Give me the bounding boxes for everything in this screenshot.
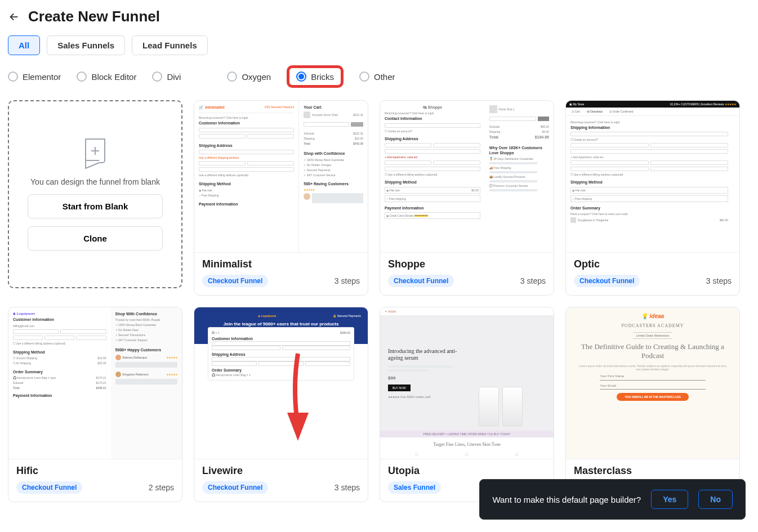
blank-page-plus-icon	[80, 138, 110, 169]
builder-block-editor[interactable]: Block Editor	[77, 71, 136, 82]
builder-other[interactable]: Other	[359, 71, 395, 82]
builder-elementor[interactable]: Elementor	[8, 71, 61, 82]
template-name: Utopia	[388, 465, 546, 477]
page-title: Create New Funnel	[28, 8, 160, 25]
toast-text: Want to make this default page builder?	[492, 495, 641, 504]
start-from-blank-button[interactable]: Start from Blank	[28, 194, 163, 218]
template-name: Shoppe	[388, 258, 546, 270]
template-card-livewire[interactable]: ◈ Logoipsum🔒 Secured Payments Join the l…	[194, 307, 368, 502]
builder-bricks-highlight: Bricks	[287, 65, 344, 88]
template-thumbnail: ▣ My Store10,234+ CUSTOMERS | Excellent …	[566, 101, 739, 253]
default-builder-toast: Want to make this default page builder? …	[479, 479, 746, 510]
template-card-utopia[interactable]: ✦ Utopia Introducing the advanced anti-a…	[380, 307, 554, 502]
template-thumbnail: 🛍 Shoppe Returning customer? Click here …	[380, 101, 554, 253]
template-thumbnail: ◈ Logoipsum Customer Information billing…	[8, 307, 182, 459]
template-type-badge: Sales Funnel	[388, 481, 441, 494]
template-card-masterclass[interactable]: 💡 ideaa PODCASTERS ACADEMY Limited Seats…	[565, 307, 740, 502]
template-name: Optic	[574, 258, 732, 270]
template-steps: 3 steps	[335, 276, 360, 285]
filter-all[interactable]: All	[8, 35, 40, 55]
page-builder-selector: Elementor Block Editor Divi Oxygen Brick…	[8, 65, 750, 88]
toast-yes-button[interactable]: Yes	[651, 490, 688, 509]
template-card-optic[interactable]: ▣ My Store10,234+ CUSTOMERS | Excellent …	[565, 100, 740, 296]
template-steps: 3 steps	[520, 276, 546, 285]
filter-lead-funnels[interactable]: Lead Funnels	[132, 35, 208, 55]
template-steps: 3 steps	[335, 483, 360, 492]
funnel-type-filters: All Sales Funnels Lead Funnels	[8, 35, 750, 55]
builder-oxygen[interactable]: Oxygen	[227, 71, 271, 82]
template-steps: 3 steps	[706, 276, 732, 285]
template-card-hific[interactable]: ◈ Logoipsum Customer Information billing…	[8, 307, 182, 502]
template-card-shoppe[interactable]: 🛍 Shoppe Returning customer? Click here …	[380, 100, 554, 296]
toast-no-button[interactable]: No	[698, 490, 733, 509]
template-type-badge: Checkout Funnel	[202, 275, 268, 287]
builder-divi[interactable]: Divi	[152, 71, 181, 82]
back-arrow-icon[interactable]	[8, 11, 20, 23]
template-type-badge: Checkout Funnel	[16, 481, 82, 494]
template-blank-card: You can design the funnel from blank Sta…	[8, 100, 182, 288]
template-name: Livewire	[202, 465, 360, 477]
template-type-badge: Checkout Funnel	[202, 481, 268, 494]
template-thumbnail: ✦ Utopia Introducing the advanced anti-a…	[380, 307, 554, 459]
blank-description: You can design the funnel from blank	[30, 177, 160, 186]
template-type-badge: Checkout Funnel	[388, 275, 454, 287]
template-type-badge: Checkout Funnel	[574, 275, 640, 287]
template-thumbnail: 🛒 minimalistCSS Secured Checkout Returni…	[194, 101, 368, 253]
clone-button[interactable]: Clone	[28, 226, 163, 251]
template-steps: 2 steps	[149, 483, 174, 492]
template-grid: You can design the funnel from blank Sta…	[8, 100, 750, 502]
template-name: Minimalist	[202, 258, 360, 270]
template-thumbnail: ◈ Logoipsum🔒 Secured Payments Join the l…	[194, 307, 368, 459]
template-thumbnail: 💡 ideaa PODCASTERS ACADEMY Limited Seats…	[566, 307, 739, 459]
template-card-minimalist[interactable]: 🛒 minimalistCSS Secured Checkout Returni…	[194, 100, 368, 296]
template-name: Masterclass	[574, 465, 732, 477]
filter-sales-funnels[interactable]: Sales Funnels	[47, 35, 125, 55]
template-name: Hific	[16, 465, 174, 477]
builder-bricks[interactable]: Bricks	[296, 71, 334, 82]
